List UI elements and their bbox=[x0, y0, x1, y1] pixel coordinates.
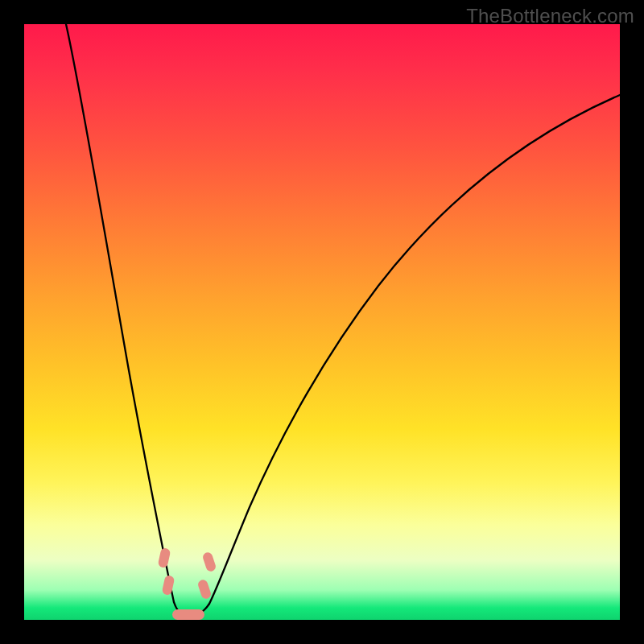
curve-right-arm bbox=[209, 95, 620, 604]
outer-frame: TheBottleneck.com bbox=[0, 0, 644, 644]
marker-bottom bbox=[172, 609, 204, 620]
marker-left-lower bbox=[162, 575, 175, 596]
curve-left-arm bbox=[66, 24, 174, 602]
marker-left-upper bbox=[158, 547, 171, 568]
svg-rect-3 bbox=[197, 579, 213, 601]
svg-rect-2 bbox=[202, 551, 217, 573]
marker-right-upper bbox=[202, 551, 217, 573]
svg-rect-4 bbox=[172, 609, 204, 620]
chart-plot-area bbox=[24, 24, 620, 620]
svg-rect-1 bbox=[162, 575, 175, 596]
marker-right-lower bbox=[197, 579, 213, 601]
chart-svg bbox=[24, 24, 620, 620]
svg-rect-0 bbox=[158, 547, 171, 568]
